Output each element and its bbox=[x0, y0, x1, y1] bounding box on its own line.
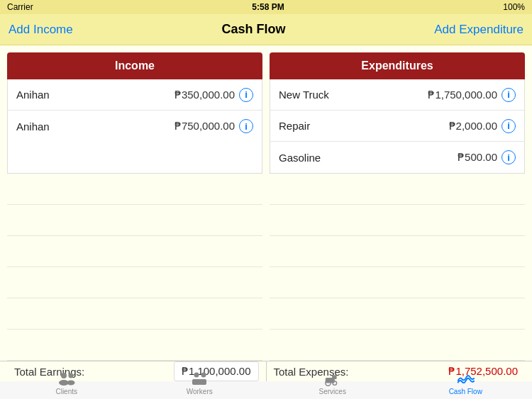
empty-line bbox=[270, 205, 525, 236]
time-label: 5:58 PM bbox=[252, 2, 284, 12]
income-row-right-0: ₱350,000.00 i bbox=[174, 88, 253, 102]
expenditures-column: Expenditures New Truck ₱1,750,000.00 i R… bbox=[270, 52, 525, 361]
empty-line bbox=[7, 330, 262, 361]
tab-clients-label: Clients bbox=[55, 388, 77, 395]
tab-services-label: Services bbox=[319, 388, 346, 395]
income-empty-rows bbox=[7, 174, 262, 361]
nav-bar: Add Income Cash Flow Add Expenditure bbox=[0, 14, 532, 45]
svg-rect-11 bbox=[332, 375, 337, 379]
income-table-body: Anihan ₱350,000.00 i Anihan ₱750,000.00 … bbox=[7, 79, 262, 174]
svg-point-0 bbox=[61, 373, 67, 378]
services-icon bbox=[323, 371, 343, 386]
income-info-icon-1[interactable]: i bbox=[239, 119, 253, 133]
income-row-right-1: ₱750,000.00 i bbox=[174, 119, 253, 133]
tab-workers-label: Workers bbox=[187, 388, 213, 395]
exp-row-right-1: ₱2,000.00 i bbox=[449, 119, 516, 133]
empty-line bbox=[7, 298, 262, 330]
exp-row-amount-1: ₱2,000.00 bbox=[449, 120, 497, 133]
exp-info-icon-2[interactable]: i bbox=[501, 150, 516, 164]
exp-info-icon-0[interactable]: i bbox=[501, 88, 516, 102]
income-header: Income bbox=[7, 52, 262, 79]
carrier-label: Carrier bbox=[7, 2, 33, 12]
svg-point-6 bbox=[201, 372, 206, 377]
income-row-label-1: Anihan bbox=[16, 120, 50, 133]
workers-icon bbox=[189, 371, 209, 386]
battery-label: 100% bbox=[503, 2, 525, 12]
add-expenditure-button[interactable]: Add Expenditure bbox=[434, 23, 523, 37]
empty-line bbox=[270, 267, 525, 298]
income-row-amount-0: ₱350,000.00 bbox=[174, 89, 235, 101]
add-income-button[interactable]: Add Income bbox=[9, 23, 73, 37]
empty-line bbox=[7, 236, 262, 267]
tab-clients[interactable]: Clients bbox=[0, 366, 133, 399]
exp-row-label-1: Repair bbox=[279, 120, 310, 132]
expenditures-header: Expenditures bbox=[270, 52, 525, 79]
svg-rect-7 bbox=[199, 379, 206, 385]
svg-point-2 bbox=[68, 373, 73, 378]
expenditures-header-label: Expenditures bbox=[361, 60, 433, 72]
exp-row-label-2: Gasoline bbox=[279, 152, 321, 164]
tab-cashflow-label: Cash Flow bbox=[449, 388, 482, 395]
income-row-amount-1: ₱750,000.00 bbox=[174, 120, 235, 133]
exp-row-label-0: New Truck bbox=[279, 89, 329, 101]
status-bar: Carrier 5:58 PM 100% bbox=[0, 0, 532, 14]
expenditures-table-body: New Truck ₱1,750,000.00 i Repair ₱2,000.… bbox=[270, 79, 525, 174]
exp-row-right-2: ₱500.00 i bbox=[458, 150, 516, 164]
empty-line bbox=[7, 174, 262, 205]
exp-info-icon-1[interactable]: i bbox=[501, 119, 516, 133]
table-row: Anihan ₱750,000.00 i bbox=[8, 111, 262, 142]
svg-point-4 bbox=[194, 372, 199, 377]
columns-container: Income Anihan ₱350,000.00 i Anihan ₱750,… bbox=[0, 45, 532, 361]
tab-cashflow[interactable]: Cash Flow bbox=[399, 366, 533, 399]
empty-line bbox=[270, 174, 525, 205]
empty-line bbox=[270, 236, 525, 267]
income-info-icon-0[interactable]: i bbox=[239, 88, 253, 102]
svg-point-3 bbox=[67, 380, 74, 385]
income-column: Income Anihan ₱350,000.00 i Anihan ₱750,… bbox=[7, 52, 262, 361]
tab-services[interactable]: Services bbox=[266, 366, 399, 399]
income-row-label-0: Anihan bbox=[16, 89, 50, 101]
empty-line bbox=[7, 205, 262, 236]
exp-row-amount-0: ₱1,750,000.00 bbox=[428, 89, 497, 101]
exp-empty-rows bbox=[270, 174, 525, 361]
table-row: Anihan ₱350,000.00 i bbox=[8, 79, 262, 111]
clients-icon bbox=[57, 371, 77, 386]
empty-line bbox=[270, 330, 525, 361]
income-header-label: Income bbox=[115, 60, 155, 72]
tab-bar: Clients Workers Services Cash Flow bbox=[0, 365, 532, 399]
empty-line bbox=[270, 298, 525, 330]
main-content: Income Anihan ₱350,000.00 i Anihan ₱750,… bbox=[0, 45, 532, 365]
empty-line bbox=[7, 267, 262, 298]
exp-row-amount-2: ₱500.00 bbox=[458, 151, 497, 164]
table-row: New Truck ₱1,750,000.00 i bbox=[270, 79, 524, 111]
page-title: Cash Flow bbox=[222, 22, 286, 37]
exp-row-right-0: ₱1,750,000.00 i bbox=[428, 88, 516, 102]
tab-workers[interactable]: Workers bbox=[133, 366, 267, 399]
cashflow-icon bbox=[455, 371, 475, 386]
table-row: Gasoline ₱500.00 i bbox=[270, 142, 524, 173]
table-row: Repair ₱2,000.00 i bbox=[270, 111, 524, 142]
